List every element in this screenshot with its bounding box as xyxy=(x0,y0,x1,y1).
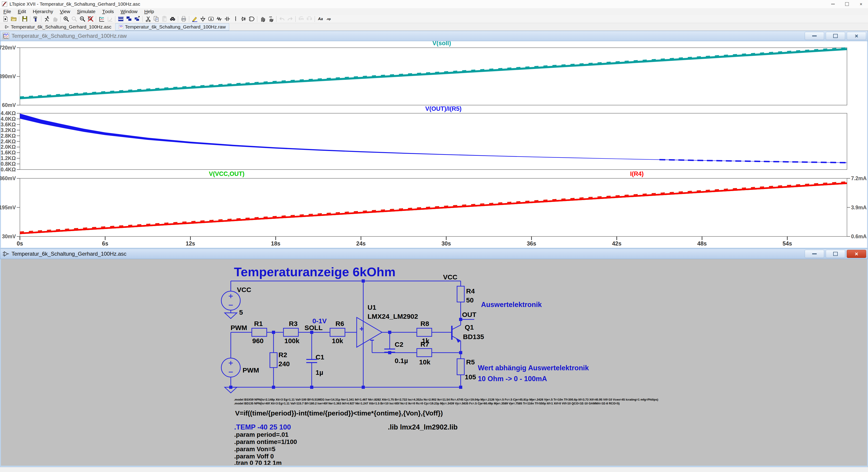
schematic-text: C1 xyxy=(315,353,324,361)
menu-window[interactable]: Window xyxy=(117,8,141,15)
menu-hierarchy[interactable]: Hierarchy xyxy=(29,8,57,15)
save-button[interactable] xyxy=(21,15,29,23)
schematic-text: .tran 0 70 12 1m xyxy=(234,459,282,465)
tile-vertical-button[interactable] xyxy=(125,15,133,23)
toolbar-separator xyxy=(178,16,178,22)
schematic-text: OUT xyxy=(462,311,476,318)
svg-text:V(soll): V(soll) xyxy=(432,41,451,46)
rotate-button: E Ǝ xyxy=(305,15,313,23)
app-minimize-button[interactable] xyxy=(826,0,840,8)
svg-text:1.6KΩ: 1.6KΩ xyxy=(1,150,16,156)
new-schematic-button[interactable] xyxy=(1,15,9,23)
waveform-close-button[interactable]: × xyxy=(847,32,866,40)
resistor-R1[interactable] xyxy=(252,328,267,336)
svg-text:30s: 30s xyxy=(441,240,451,247)
resistor-R7[interactable] xyxy=(417,349,432,357)
voltage-source-PWM[interactable] xyxy=(221,358,240,377)
svg-text:4.0KΩ: 4.0KΩ xyxy=(1,116,16,122)
run-button[interactable] xyxy=(43,15,51,23)
tab-asc[interactable]: Temperatur_6k_Schaltung_Gerhard_100Hz.as… xyxy=(1,24,115,30)
resistor-R3[interactable] xyxy=(283,328,298,336)
control-panel-button[interactable] xyxy=(32,15,40,23)
schematic-text: .model BSX59 NPN(Is=2.148p Xti=3 Eg=1.11… xyxy=(234,398,658,401)
place-diode-button[interactable] xyxy=(239,15,248,23)
resistor-R2[interactable] xyxy=(270,353,277,368)
schematic-text: .lib lmx24_lm2902.lib xyxy=(388,423,458,431)
print-button[interactable] xyxy=(180,15,188,23)
resistor-R6[interactable] xyxy=(330,328,345,336)
place-resistor-button[interactable] xyxy=(215,15,223,23)
schematic-restore-button[interactable] xyxy=(826,250,845,258)
svg-text:1.2KΩ: 1.2KΩ xyxy=(1,155,16,161)
tile-horizontal-button[interactable] xyxy=(117,15,125,23)
waveform-restore-button[interactable] xyxy=(826,32,845,40)
cascade-windows-button[interactable] xyxy=(133,15,141,23)
waveform-minimize-button[interactable] xyxy=(805,32,824,40)
place-inductor-button[interactable] xyxy=(231,15,239,23)
autorange-y-button[interactable] xyxy=(97,15,105,23)
voltage-source-VCC[interactable] xyxy=(221,291,240,310)
place-label-button[interactable]: A xyxy=(207,15,215,23)
schematic-text: 100k xyxy=(284,337,300,345)
schematic-window-buttons: × xyxy=(805,250,868,258)
menu-tools[interactable]: Tools xyxy=(99,8,117,15)
app-maximize-button[interactable] xyxy=(840,0,854,8)
place-component-button[interactable] xyxy=(248,15,256,23)
place-text-button[interactable]: Aa xyxy=(316,15,324,23)
tab-raw[interactable]: Temperatur_6k_Schaltung_Gerhard_100Hz.ra… xyxy=(115,23,229,31)
toolbar-separator xyxy=(30,16,30,22)
transistor-Q1[interactable] xyxy=(452,325,461,343)
schematic-window-title: Temperatur_6k_Schaltung_Gerhard_100Hz.as… xyxy=(11,251,126,257)
schematic-text: .param Voff 0 xyxy=(234,453,274,460)
menu-help[interactable]: Help xyxy=(141,8,157,15)
toolbar-separator xyxy=(41,16,41,22)
schematic-minimize-button[interactable] xyxy=(805,250,824,258)
schematic-drawing[interactable]: +−Temperaturanzeige 6kOhmVCC5VCCR450Ausw… xyxy=(0,260,868,465)
schematic-text: 10k xyxy=(419,358,430,366)
menu-edit[interactable]: Edit xyxy=(14,8,29,15)
tab-label: Temperatur_6k_Schaltung_Gerhard_100Hz.as… xyxy=(11,24,112,30)
opamp-U1[interactable]: +− xyxy=(357,317,382,347)
svg-text:.op: .op xyxy=(326,17,331,21)
schematic-text: 105 xyxy=(465,373,476,381)
schematic-text: 0-1V xyxy=(312,317,327,325)
schematic-text: BD135 xyxy=(463,333,484,340)
schematic-text: Wert abhängig Auswertelektronik xyxy=(478,364,589,372)
place-ground-button[interactable] xyxy=(199,15,207,23)
app-titlebar: LTspice XVII - Temperatur_6k_Schaltung_G… xyxy=(0,0,868,8)
svg-text:+: + xyxy=(360,324,364,333)
find-button[interactable] xyxy=(168,15,177,23)
zoom-out-button[interactable] xyxy=(78,15,86,23)
resistor-R4[interactable] xyxy=(457,286,464,302)
svg-text:−: − xyxy=(370,336,374,344)
move-button[interactable] xyxy=(258,15,267,23)
svg-text:48s: 48s xyxy=(698,240,707,247)
mirror-button: Em xyxy=(297,15,305,23)
svg-text:24s: 24s xyxy=(356,240,366,247)
waveform-window-titlebar[interactable]: Temperatur_6k_Schaltung_Gerhard_100Hz.ra… xyxy=(0,31,868,41)
paste-button xyxy=(160,15,168,23)
menu-view[interactable]: View xyxy=(57,8,74,15)
spice-directive-button[interactable]: .op xyxy=(324,15,333,23)
zoom-full-button[interactable] xyxy=(86,15,94,23)
drag-button[interactable] xyxy=(267,15,275,23)
menu-file[interactable]: File xyxy=(0,8,14,15)
place-capacitor-button[interactable] xyxy=(223,15,231,23)
menu-simulate[interactable]: Simulate xyxy=(73,8,99,15)
resistor-R5[interactable] xyxy=(457,359,464,375)
app-close-button[interactable]: × xyxy=(854,0,868,8)
schematic-text: 10 Ohm -> 0 - 100mA xyxy=(478,375,547,383)
schematic-window-titlebar[interactable]: Temperatur_6k_Schaltung_Gerhard_100Hz.as… xyxy=(0,249,868,259)
draw-wire-button[interactable] xyxy=(191,15,199,23)
svg-text:V(VCC,OUT): V(VCC,OUT) xyxy=(209,170,245,177)
resistor-R8[interactable] xyxy=(417,328,432,336)
waveform-chart[interactable]: 720mV390mV60mVV(soll)4.4KΩ4.0KΩ3.6KΩ3.2K… xyxy=(0,41,868,248)
copy-button[interactable] xyxy=(152,15,160,23)
zoom-in-button[interactable] xyxy=(62,15,70,23)
svg-text:30mV: 30mV xyxy=(2,233,16,240)
schematic-text: VCC xyxy=(443,273,457,281)
open-file-button[interactable] xyxy=(9,15,18,23)
cut-button[interactable] xyxy=(144,15,152,23)
schematic-close-button[interactable]: × xyxy=(847,250,866,258)
halt-button xyxy=(51,15,59,23)
